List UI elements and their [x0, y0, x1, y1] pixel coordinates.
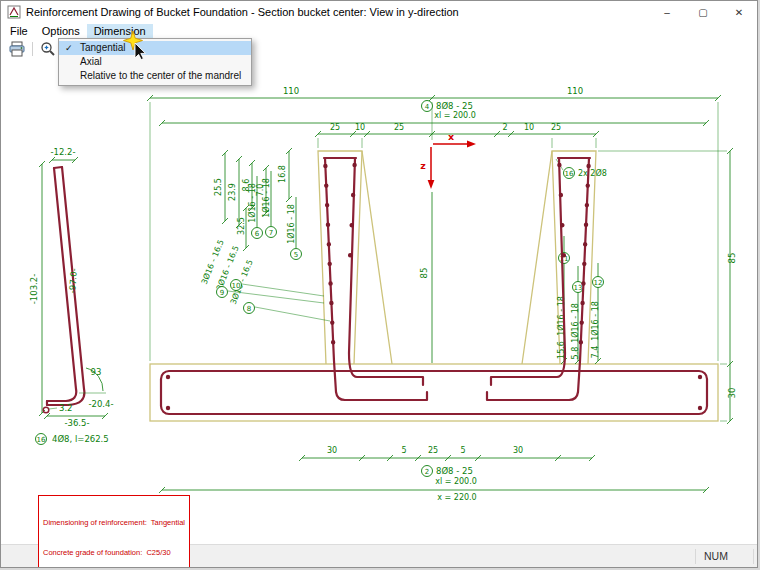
- bottom-x-total-label: x = 220.0: [437, 493, 476, 502]
- title-bar: Reinforcement Drawing of Bucket Foundati…: [1, 1, 757, 23]
- dim-bot-25: 25: [428, 446, 438, 455]
- z-axis-label: z: [420, 160, 426, 171]
- rebar-dot: [698, 406, 702, 410]
- pos-circle-13: 13: [574, 284, 583, 292]
- dim-bot-5a: 5: [401, 446, 406, 455]
- left-bar-marks: 25.5 23.9 8.6 7.0 16.8 32.5 1Ø16 - 18 1Ø…: [199, 148, 330, 321]
- rebar-slab-stirrup: [161, 371, 707, 414]
- left-profile-view: -12.2- -103.2- -97.0- 93 -20.4- 3.2 -36.…: [29, 147, 114, 445]
- dim-103-2: -103.2-: [29, 274, 39, 304]
- dim-right-30: 30: [727, 388, 737, 399]
- profile-bar-caps: [47, 167, 62, 405]
- dim-12-2: -12.2-: [50, 147, 75, 157]
- info-box: Dimensioning of reinforcement: Tangentia…: [38, 495, 190, 568]
- bar-label-16-profile: 4Ø8, l=262.5: [52, 434, 109, 444]
- dim-seg-l2: 10: [355, 123, 365, 132]
- app-window: Reinforcement Drawing of Bucket Foundati…: [0, 0, 758, 568]
- dim-seg-r2: 10: [524, 123, 534, 132]
- dim-bot-30a: 30: [327, 446, 337, 455]
- concrete-left-wall-outline: [318, 151, 362, 364]
- pos-circle-2: 2: [425, 468, 429, 476]
- statusbar-separator: [753, 549, 754, 564]
- pos-circle-16: 16: [565, 170, 574, 178]
- angle-93: 93: [91, 367, 102, 377]
- menu-bar: File Options Dimension: [1, 23, 757, 39]
- bar-label-2: 8Ø8 - 25: [436, 466, 473, 476]
- menu-file[interactable]: File: [3, 24, 35, 38]
- statusbar-separator: [695, 549, 696, 564]
- bar-schedule-labels: 4 8Ø8 - 25 xl = 200.0 2 8Ø8 - 25 xl = 20…: [422, 101, 477, 503]
- menu-dimension[interactable]: Dimension: [87, 24, 153, 38]
- window-title: Reinforcement Drawing of Bucket Foundati…: [26, 6, 459, 18]
- menu-item-label: Relative to the center of the mandrel: [80, 70, 241, 81]
- maximize-button[interactable]: ▢: [685, 1, 721, 23]
- pos-circle-10: 10: [232, 282, 241, 290]
- window-controls: – ▢ ✕: [649, 1, 757, 23]
- app-icon: [7, 5, 21, 19]
- dim-right-85: 85: [727, 253, 737, 264]
- profile-bar-section-dot: [43, 407, 49, 413]
- bar-label-5: 1Ø16 - 18: [286, 204, 296, 244]
- rebar-dot: [166, 406, 170, 410]
- rebar-dot: [166, 375, 170, 379]
- coordinate-axes: x z: [420, 131, 476, 189]
- dim-bot-30b: 30: [513, 446, 523, 455]
- mandrel-taper-lines: [362, 151, 552, 364]
- printer-icon: [8, 41, 26, 57]
- menu-item-axial[interactable]: Axial: [59, 55, 251, 69]
- dim-20-4: -20.4-: [88, 399, 113, 409]
- pos-circle-4: 4: [425, 103, 430, 111]
- pos-circle-5: 5: [294, 251, 298, 259]
- menu-options[interactable]: Options: [35, 24, 87, 38]
- x-axis-arrowhead-icon: [467, 141, 476, 148]
- dim-23-9: 23.9: [228, 183, 237, 201]
- print-button[interactable]: [6, 40, 28, 58]
- num-indicator: NUM: [704, 550, 728, 562]
- dim-seg-r3: 25: [551, 123, 561, 132]
- pos-circle-7: 7: [269, 229, 273, 237]
- menu-item-relative-mandrel[interactable]: Relative to the center of the mandrel: [59, 69, 251, 83]
- bar-label-16: 2x 2Ø8: [578, 168, 607, 178]
- check-icon: ✓: [65, 41, 73, 55]
- dim-25-5: 25.5: [214, 178, 223, 196]
- dim-97-0: -97.0-: [67, 268, 79, 294]
- bar-label-12: 1Ø16 - 18: [590, 301, 600, 341]
- menu-item-label: Axial: [80, 56, 102, 67]
- drawing-canvas[interactable]: 110 110 25 10 25 2 10 25 85 85 30: [1, 59, 758, 546]
- dim-16-8: 16.8: [278, 165, 287, 183]
- bar-label-7: 1Ø16 - 18: [261, 178, 271, 218]
- close-button[interactable]: ✕: [721, 1, 757, 23]
- menu-item-tangential[interactable]: ✓ Tangential: [59, 41, 251, 55]
- top-xl-label: xl = 200.0: [434, 111, 476, 120]
- rebar-dot: [698, 375, 702, 379]
- dim-seg-l1: 25: [330, 123, 340, 132]
- bar-label-6: 1Ø16 - 18: [247, 183, 257, 223]
- bar-label-4: 8Ø8 - 25: [436, 101, 473, 111]
- info-line-dimensioning: Dimensioning of reinforcement: Tangentia…: [43, 518, 185, 528]
- pos-circle-12: 12: [594, 279, 603, 287]
- zoom-in-button[interactable]: [37, 40, 59, 58]
- info-line-concrete: Concrete grade of foundation: C25/30: [43, 548, 185, 558]
- dim-7-4: 7.4: [591, 346, 600, 359]
- dim-36-5: -36.5-: [64, 418, 89, 428]
- dim-110-right: 110: [567, 86, 583, 96]
- x-axis-label: x: [448, 131, 454, 142]
- dim-32-5: 32.5: [237, 217, 246, 235]
- minimize-button[interactable]: –: [649, 1, 685, 23]
- dim-bot-5b: 5: [460, 446, 465, 455]
- dim-seg-l3: 25: [394, 123, 404, 132]
- bar-label-13: 1Ø16 - 18: [570, 303, 580, 343]
- radius-3-2: 3.2: [59, 403, 73, 413]
- pos-circle-8: 8: [247, 305, 251, 313]
- magnifier-plus-icon: [40, 41, 56, 57]
- dimension-menu-dropdown: ✓ Tangential Axial Relative to the cente…: [58, 38, 252, 86]
- dim-center-85: 85: [419, 268, 429, 279]
- concrete-slab-outline: [150, 364, 718, 421]
- pos-circle-16-profile: 16: [37, 436, 46, 444]
- pos-circle-6: 6: [255, 230, 260, 238]
- bottom-xl-label: xl = 200.0: [435, 477, 477, 486]
- menu-item-label: Tangential: [80, 42, 126, 53]
- pos-circle-9: 9: [220, 289, 224, 297]
- z-axis-arrowhead-icon: [428, 180, 435, 189]
- toolbar-separator: [32, 42, 33, 56]
